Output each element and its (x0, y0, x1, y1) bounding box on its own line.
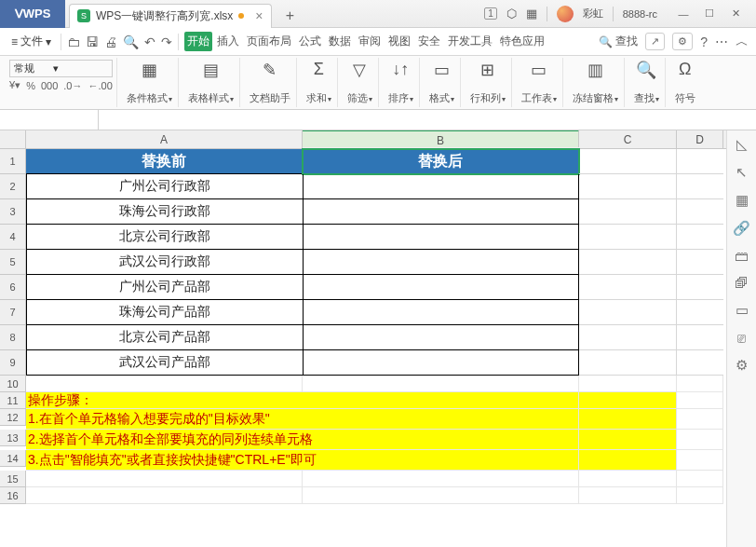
tab-review[interactable]: 审阅 (356, 32, 384, 51)
cell[interactable]: 珠海公司行政部 (26, 199, 303, 225)
cell[interactable] (303, 325, 579, 350)
cell[interactable] (677, 174, 723, 199)
clip-icon[interactable]: 🗊 (735, 275, 749, 291)
cell[interactable] (677, 450, 723, 471)
cell[interactable] (579, 471, 677, 487)
tab-special[interactable]: 特色应用 (497, 32, 547, 51)
cell-selected[interactable]: 替换后 (303, 149, 579, 174)
row-header[interactable]: 11 (0, 392, 26, 409)
cell[interactable] (303, 350, 579, 376)
cell[interactable]: 3.点击"智能填充"或者直接按快捷键"CTRL+E"即可 (26, 450, 579, 471)
cell[interactable]: 操作步骤： (26, 392, 579, 409)
tab-layout[interactable]: 页面布局 (244, 32, 294, 51)
close-button[interactable]: ✕ (722, 5, 749, 23)
rowcol-button[interactable]: ⊞行和列▾ (465, 58, 512, 107)
cell[interactable]: 广州公司产品部 (26, 275, 303, 300)
preview-icon[interactable]: 🔍 (123, 34, 139, 49)
tab-dev[interactable]: 开发工具 (445, 32, 495, 51)
cell[interactable] (303, 275, 579, 300)
document-tab[interactable]: S WPS一键调整行高列宽.xlsx × (69, 4, 272, 28)
save-icon[interactable]: 🖫 (86, 34, 99, 49)
cond-format-button[interactable]: ▦条件格式▾ (121, 58, 179, 107)
row-header[interactable]: 10 (0, 376, 26, 392)
dec-inc-icon[interactable]: .0→ (63, 80, 82, 91)
cell[interactable] (26, 471, 303, 487)
tab-security[interactable]: 安全 (415, 32, 443, 51)
row-header[interactable]: 12 (0, 409, 26, 426)
cell[interactable] (677, 376, 723, 392)
tab-data[interactable]: 数据 (326, 32, 354, 51)
maximize-button[interactable]: ☐ (696, 5, 722, 23)
cell[interactable] (303, 174, 579, 199)
new-tab-button[interactable]: + (279, 5, 302, 27)
cell[interactable] (677, 409, 723, 430)
cell[interactable] (677, 199, 723, 225)
cell[interactable] (579, 149, 677, 174)
backup-icon[interactable]: ⎚ (737, 330, 746, 346)
cell[interactable]: 2.选择首个单元格和全部要填充的同列连续单元格 (26, 430, 579, 450)
cell[interactable] (579, 350, 677, 376)
cell[interactable] (303, 471, 579, 487)
sum-button[interactable]: Σ求和▾ (301, 58, 338, 107)
db-icon[interactable]: 🗃 (735, 248, 749, 264)
find-button[interactable]: 🔍查找▾ (628, 58, 666, 107)
row-header[interactable]: 13 (0, 430, 26, 446)
filter-button[interactable]: ▽筛选▾ (342, 58, 379, 107)
row-header[interactable]: 16 (0, 487, 26, 504)
search-button[interactable]: 🔍 查找 (599, 34, 638, 49)
property-icon[interactable]: ▭ (736, 302, 749, 319)
cell[interactable] (303, 300, 579, 325)
col-header-a[interactable]: A (26, 130, 303, 148)
cell[interactable] (579, 376, 677, 392)
cell[interactable] (579, 450, 677, 471)
username[interactable]: 彩虹 (583, 7, 603, 21)
cell[interactable] (579, 174, 677, 199)
collapse-ribbon-icon[interactable]: ︿ (736, 34, 749, 50)
undo-icon[interactable]: ↶ (144, 34, 155, 49)
cell[interactable] (579, 199, 677, 225)
freeze-button[interactable]: ▥冻结窗格▾ (567, 58, 625, 107)
cell[interactable] (677, 275, 723, 300)
cell[interactable] (677, 487, 723, 504)
currency-icon[interactable]: ¥▾ (9, 79, 20, 91)
cell[interactable] (579, 250, 677, 275)
row-header[interactable]: 4 (0, 225, 26, 250)
cell[interactable] (579, 300, 677, 325)
tab-close-icon[interactable]: × (255, 8, 263, 23)
col-header-b[interactable]: B (303, 130, 579, 147)
cell[interactable] (677, 430, 723, 450)
cell[interactable] (303, 199, 579, 225)
cell[interactable]: 武汉公司产品部 (26, 350, 303, 376)
cell[interactable] (579, 325, 677, 350)
share-button[interactable]: ↗ (645, 33, 665, 50)
tab-start[interactable]: 开始 (184, 32, 212, 51)
name-box[interactable] (0, 110, 99, 130)
grid-icon[interactable]: ▦ (526, 7, 537, 21)
cursor-icon[interactable]: ↖ (736, 164, 748, 181)
dec-dec-icon[interactable]: ←.00 (88, 80, 112, 91)
cell[interactable] (303, 250, 579, 275)
minimize-button[interactable]: — (670, 5, 696, 23)
cell[interactable] (677, 325, 723, 350)
cell[interactable] (677, 225, 723, 250)
avatar[interactable] (557, 6, 574, 22)
sort-button[interactable]: ↓↑排序▾ (383, 58, 420, 107)
percent-icon[interactable]: % (26, 80, 35, 91)
row-header[interactable]: 1 (0, 149, 26, 174)
cell[interactable] (677, 392, 723, 409)
number-format-select[interactable]: 常规▾ (9, 60, 113, 77)
cell[interactable]: 替换前 (26, 149, 303, 174)
cell[interactable] (677, 350, 723, 376)
row-header[interactable]: 7 (0, 300, 26, 325)
cell[interactable] (677, 149, 723, 174)
thousands-icon[interactable]: 000 (41, 80, 58, 91)
cell[interactable] (579, 430, 677, 450)
triangle-icon[interactable]: ◺ (736, 136, 748, 153)
redo-icon[interactable]: ↷ (161, 34, 172, 49)
cell[interactable]: 珠海公司产品部 (26, 300, 303, 325)
more-icon[interactable]: ⋯ (715, 34, 728, 49)
symbol-button[interactable]: Ω符号 (669, 58, 701, 107)
cell[interactable] (303, 376, 579, 392)
col-header-d[interactable]: D (677, 130, 723, 148)
doc-assist-button[interactable]: ✎文档助手 (244, 58, 297, 107)
